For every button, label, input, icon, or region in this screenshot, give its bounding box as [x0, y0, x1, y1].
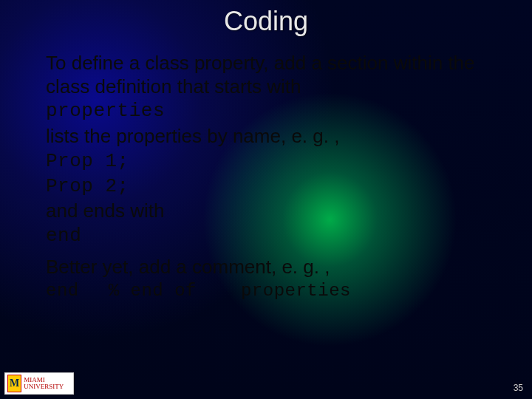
code-prop2: Prop 2;	[46, 175, 488, 199]
code-end-comment: end% end ofproperties	[46, 280, 488, 301]
logo-text: MIAMI UNIVERSITY	[24, 377, 73, 390]
body-line-4: Better yet, add a comment, e. g. ,	[46, 256, 488, 279]
code-prop1: Prop 1;	[46, 150, 488, 174]
university-logo: M MIAMI UNIVERSITY	[4, 372, 74, 395]
keyword-end: end	[46, 225, 488, 248]
body-line-3: and ends with	[46, 200, 488, 223]
body-line-1: To define a class property, add a sectio…	[46, 52, 488, 98]
body-line-2: lists the properties by name, e. g. ,	[46, 125, 488, 149]
last-comment: % end of	[109, 281, 197, 301]
slide: Coding To define a class property, add a…	[0, 0, 532, 399]
slide-body: To define a class property, add a sectio…	[46, 52, 488, 304]
last-keyword: properties	[241, 281, 351, 301]
slide-title: Coding	[0, 6, 532, 37]
page-number: 35	[514, 383, 523, 393]
keyword-properties: properties	[46, 100, 488, 123]
last-end: end	[46, 281, 79, 301]
logo-letter: M	[7, 375, 21, 392]
